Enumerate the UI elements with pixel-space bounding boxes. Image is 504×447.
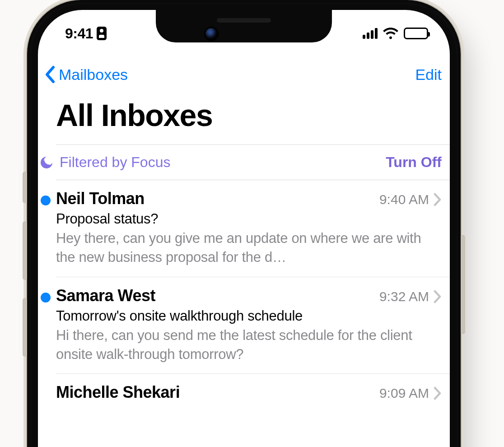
focus-filter-bar: Filtered by Focus Turn Off	[56, 144, 450, 180]
message-sender: Michelle Shekari	[56, 383, 180, 402]
message-preview: Hi there, can you send me the latest sch…	[56, 326, 442, 364]
volume-up-button	[23, 221, 27, 280]
message-time: 9:32 AM	[379, 289, 429, 304]
message-time: 9:09 AM	[379, 386, 429, 401]
turn-off-focus-button[interactable]: Turn Off	[386, 154, 442, 171]
chevron-right-icon	[434, 290, 442, 303]
navigation-bar: Mailboxes Edit	[38, 58, 450, 89]
message-row[interactable]: Samara West 9:32 AM Tomorrow's onsite wa…	[56, 277, 450, 374]
message-subject: Proposal status?	[56, 211, 442, 227]
svg-point-3	[41, 157, 52, 168]
back-label: Mailboxes	[59, 66, 128, 84]
power-button	[461, 235, 465, 334]
chevron-right-icon	[434, 386, 442, 400]
message-sender: Samara West	[56, 286, 155, 305]
earpiece-speaker	[217, 18, 271, 23]
message-subject: Tomorrow's onsite walkthrough schedule	[56, 308, 442, 324]
message-time: 9:40 AM	[379, 192, 429, 207]
chevron-left-icon	[42, 65, 59, 84]
mail-app: Mailboxes Edit All Inboxes	[38, 58, 450, 447]
phone-frame: 9:41	[27, 0, 461, 447]
message-preview: Hey there, can you give me an update on …	[56, 229, 442, 267]
message-sender: Neil Tolman	[56, 189, 145, 208]
notch	[156, 10, 332, 42]
message-list[interactable]: Neil Tolman 9:40 AM Proposal status? Hey…	[56, 180, 450, 412]
page-title: All Inboxes	[38, 89, 450, 144]
message-row[interactable]: Neil Tolman 9:40 AM Proposal status? Hey…	[56, 180, 450, 277]
unread-dot-icon	[41, 196, 51, 205]
moon-icon	[40, 156, 53, 169]
screen: 9:41	[38, 10, 450, 447]
volume-down-button	[23, 298, 27, 357]
front-camera	[205, 28, 217, 40]
focus-filter-label: Filtered by Focus	[60, 154, 170, 171]
battery-icon	[404, 28, 428, 39]
chevron-right-icon	[434, 193, 442, 206]
unread-dot-icon	[41, 293, 51, 303]
cellular-signal-icon	[363, 28, 378, 39]
message-row[interactable]: Michelle Shekari 9:09 AM	[56, 374, 450, 412]
edit-button[interactable]: Edit	[415, 66, 442, 84]
mute-switch	[23, 172, 27, 203]
portrait-lock-icon	[97, 27, 107, 40]
wifi-icon	[383, 28, 398, 39]
back-button[interactable]: Mailboxes	[42, 65, 128, 84]
status-time: 9:41	[65, 25, 93, 42]
